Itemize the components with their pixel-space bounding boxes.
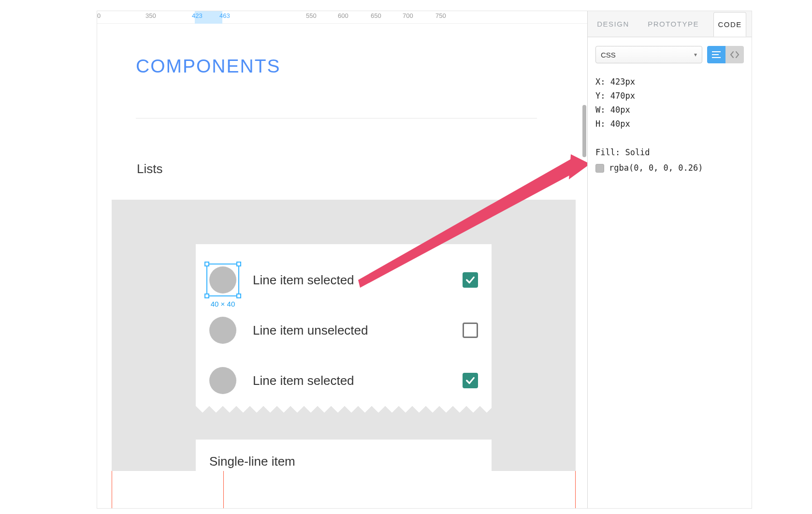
ruler-tick: 650 [371,12,381,19]
code-brackets-icon [730,51,740,58]
avatar-circle[interactable]: 40 × 40 [209,266,236,294]
horizontal-ruler[interactable]: 0 350 423 463 550 600 650 700 750 [97,11,587,24]
selection-handle[interactable] [204,262,209,266]
list-item-label: Line item unselected [253,323,463,338]
view-toggle [707,46,744,63]
tab-prototype[interactable]: PROTOTYPE [644,12,703,36]
list-card: 40 × 40 Line item selected Line item uns… [196,244,492,415]
list-row[interactable]: 40 × 40 Line item selected [196,255,492,305]
page-title: COMPONENTS [136,56,281,77]
fill-properties: Fill: Solid rgba(0, 0, 0, 0.26) [595,146,744,176]
inspector-tabbar: DESIGN PROTOTYPE CODE [588,11,752,37]
color-swatch[interactable] [595,164,604,173]
tab-design[interactable]: DESIGN [593,12,633,36]
avatar-circle[interactable] [209,317,236,344]
chevron-down-icon: ▾ [694,51,697,58]
torn-edge [196,406,492,415]
canvas[interactable]: COMPONENTS Lists 76 92 [97,24,587,508]
svg-rect-3 [712,54,719,55]
prop-x: X: 423px [595,75,744,89]
svg-rect-4 [712,57,721,58]
canvas-column: 0 350 423 463 550 600 650 700 750 COMPON… [97,11,587,508]
single-line-card[interactable]: Single-line item [196,440,492,471]
fill-label: Fill: Solid [595,146,744,160]
list-row[interactable]: Line item selected [196,355,492,406]
selection-handle[interactable] [236,294,241,298]
check-icon [465,275,476,285]
tab-code[interactable]: CODE [713,12,746,37]
selection-box: 40 × 40 [206,264,239,296]
ruler-tick: 0 [97,12,101,19]
svg-marker-0 [569,154,587,179]
checkbox-checked[interactable] [463,373,478,388]
text-lines-icon [712,51,721,58]
ruler-tick-selected: 463 [219,12,230,19]
section-heading: Lists [137,162,162,176]
ruler-tick: 600 [338,12,348,19]
view-code-button[interactable] [725,46,744,63]
checkbox-checked[interactable] [463,272,478,288]
code-format-dropdown[interactable]: CSS ▾ [595,46,702,63]
ruler-tick: 350 [145,12,156,19]
prop-h: H: 40px [595,117,744,131]
inspector-body: CSS ▾ [588,37,752,184]
geometry-properties: X: 423px Y: 470px W: 40px H: 40px [595,75,744,131]
selection-handle[interactable] [204,294,209,298]
prop-y: Y: 470px [595,89,744,103]
avatar-circle[interactable] [209,367,236,394]
check-icon [465,375,476,386]
checkbox-unchecked[interactable] [463,323,478,338]
ruler-tick: 550 [306,12,317,19]
divider [136,118,537,118]
single-line-label: Single-line item [209,454,295,469]
fill-value: rgba(0, 0, 0, 0.26) [609,161,703,175]
lists-artboard[interactable]: 40 × 40 Line item selected Line item uns… [112,200,576,471]
dropdown-value: CSS [601,51,616,59]
ruler-tick: 700 [403,12,413,19]
prop-w: W: 40px [595,103,744,117]
inspector-panel: DESIGN PROTOTYPE CODE CSS ▾ [587,11,752,508]
design-tool-window: 0 350 423 463 550 600 650 700 750 COMPON… [97,11,752,509]
selection-handle[interactable] [236,262,241,266]
view-text-button[interactable] [707,46,725,63]
list-item-label: Line item selected [253,273,463,288]
list-item-label: Line item selected [253,373,463,388]
list-row[interactable]: Line item unselected [196,305,492,355]
ruler-tick-selected: 423 [192,12,203,19]
scrollbar-vertical[interactable] [582,105,586,157]
ruler-tick: 750 [435,12,446,19]
svg-rect-2 [712,51,721,52]
